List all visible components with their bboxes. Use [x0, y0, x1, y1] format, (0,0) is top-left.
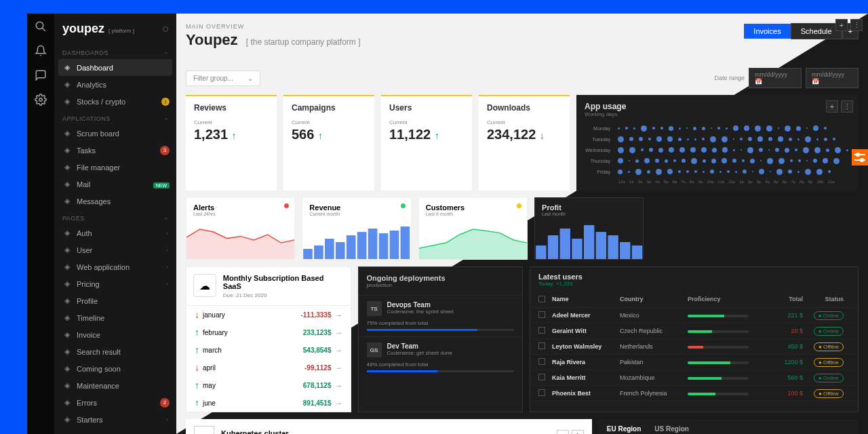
settings-icon[interactable] [35, 94, 47, 106]
logo-text: youpez [62, 22, 104, 35]
svg-line-1 [42, 28, 45, 31]
chat-icon[interactable] [35, 69, 47, 81]
sidebar-item-mail[interactable]: ◈MailNEW [54, 176, 176, 193]
sidebar-item-coming-soon[interactable]: ◈Coming soon [54, 360, 176, 377]
svg-rect-17 [536, 245, 546, 259]
tab-schedule[interactable]: Schedule [791, 23, 842, 39]
sidebar-item-user[interactable]: ◈User› [54, 241, 176, 258]
month-row[interactable]: ↑march543,854$→ [186, 341, 351, 359]
usage-more-button[interactable]: ⋮ [841, 100, 853, 113]
sidebar-item-invoice[interactable]: ◈Invoice [54, 326, 176, 343]
trend-up-icon: ↑ [232, 130, 237, 141]
sidebar-item-tasks[interactable]: ◈Tasks3 [54, 142, 176, 159]
arrow-right-icon: → [336, 329, 342, 336]
page-title: Youpez [ the startup company platform ] [186, 31, 360, 49]
svg-rect-20 [572, 239, 582, 259]
month-row[interactable]: ↑february233,123$→ [186, 323, 351, 341]
k8s-panel: K8S Kubernetes cluster Cloud environment… [186, 419, 592, 434]
month-row[interactable]: ↓january-111,333$→ [186, 306, 351, 323]
user-row[interactable]: Kaia MerrittMozambique 560 $ ● Online [530, 370, 858, 386]
user-row[interactable]: Adeel MercerMexico 221 $ ● Online [530, 308, 858, 323]
arrow-right-icon: → [336, 311, 342, 319]
board-icon: ◈ [62, 129, 71, 138]
sidebar-item-dashboard[interactable]: ◈Dashboard [58, 59, 172, 76]
user-row[interactable]: Geraint WittCzech Republic 20 $ ● Online [530, 323, 858, 339]
k8s-add-button[interactable]: + [557, 430, 569, 434]
sidebar-item-starters[interactable]: ◈Starters› [54, 411, 176, 428]
status-dot-icon [517, 203, 521, 208]
sidebar-item-errors[interactable]: ◈Errors2› [54, 394, 176, 411]
svg-rect-21 [584, 225, 594, 259]
row-checkbox[interactable] [538, 311, 545, 318]
saas-panel: ☁ Monthly Subscription Based SaaS Due: 2… [186, 267, 351, 412]
arrow-right-icon: → [336, 382, 342, 389]
sidebar-item-profile[interactable]: ◈Profile [54, 292, 176, 309]
users-panel: Latest users Today: +1,233 + ⋮ Name Coun… [530, 267, 859, 412]
select-all-checkbox[interactable] [538, 296, 545, 302]
stat-card-downloads: DownloadsCurrent234,122 ↓ [479, 95, 570, 191]
user-row[interactable]: Phoenix BestFrench Polynesia 100 $ ● Off… [530, 386, 858, 401]
chart-card-revenue: RevenueCurrent month [302, 197, 411, 260]
svg-rect-15 [390, 231, 399, 259]
alert-icon: ◈ [62, 398, 71, 407]
users-more-button[interactable]: ⋮ [850, 19, 863, 31]
k8s-more-button[interactable]: ⋮ [572, 430, 584, 434]
sidebar-item-stocks-crypto[interactable]: ◈Stocks / crypto! [54, 93, 176, 110]
moon-icon: ◈ [62, 364, 71, 373]
search-icon[interactable] [35, 20, 47, 33]
filter-group-select[interactable]: Filter group...⌄ [186, 71, 260, 86]
sidebar-item-scrum-board[interactable]: ◈Scrum board [54, 125, 176, 142]
svg-rect-23 [608, 235, 618, 259]
svg-point-5 [856, 153, 859, 156]
row-checkbox[interactable] [538, 374, 545, 380]
date-to-input[interactable]: mm/dd/yyyy 📅 [806, 68, 859, 88]
saas-title: Monthly Subscription Based SaaS [223, 274, 344, 290]
region-tab-eu[interactable]: EU Region [607, 423, 642, 434]
arrow-right-icon: → [336, 364, 342, 372]
home-icon: ◈ [62, 63, 71, 72]
k8s-badge: K8S [194, 426, 214, 434]
sidebar-item-file-manager[interactable]: ◈File manager [54, 159, 176, 176]
user-row[interactable]: Leyton WalmsleyNetherlands 450 $ ● Offli… [530, 339, 858, 355]
chart-card-customers: CustomersLast 6 month [418, 197, 528, 260]
svg-rect-22 [596, 232, 606, 259]
icon-rail [27, 14, 54, 434]
col-name: Name [552, 296, 620, 304]
deployment-team: GSDev TeamCodename: get sheet done 48% c… [359, 336, 523, 378]
sidebar-item-auth[interactable]: ◈Auth› [54, 224, 176, 241]
row-checkbox[interactable] [538, 342, 545, 349]
row-checkbox[interactable] [538, 358, 545, 365]
svg-rect-13 [368, 229, 378, 259]
date-from-input[interactable]: mm/dd/yyyy 📅 [749, 68, 802, 88]
bell-icon[interactable] [35, 45, 47, 57]
theme-settings-button[interactable] [852, 149, 868, 165]
usage-add-button[interactable]: + [826, 100, 838, 113]
sidebar-item-timeline[interactable]: ◈Timeline [54, 309, 176, 326]
sidebar-item-pricing[interactable]: ◈Pricing› [54, 275, 176, 292]
sidebar: youpez [ platform ] DASHBOARDS−◈Dashboar… [54, 14, 176, 434]
month-row[interactable]: ↑may678,112$→ [186, 376, 351, 394]
trend-up-icon: ↑ [318, 130, 323, 141]
sidebar-item-search-result[interactable]: ◈Search result [54, 343, 176, 360]
col-status: Status [803, 296, 844, 304]
svg-rect-11 [347, 235, 356, 259]
stat-card-users: UsersCurrent11,122 ↑ [381, 95, 472, 191]
sidebar-item-analytics[interactable]: ◈Analytics [54, 76, 176, 93]
region-tab-us[interactable]: US Region [654, 423, 689, 434]
user-row[interactable]: Raja RiveraPakistan 1200 $ ● Offline [530, 355, 858, 370]
svg-rect-18 [548, 235, 558, 259]
row-checkbox[interactable] [538, 389, 545, 396]
users-add-button[interactable]: + [835, 19, 848, 31]
sidebar-item-messages[interactable]: ◈Messages [54, 193, 176, 210]
tab-invoices[interactable]: Invoices [744, 24, 790, 39]
status-dot-icon [401, 203, 406, 208]
month-row[interactable]: ↑june891,451$→ [186, 394, 351, 412]
page-subtitle: [ the startup company platform ] [246, 37, 361, 47]
sidebar-item-maintenance[interactable]: ◈Maintenance [54, 377, 176, 394]
sidebar-item-web-application[interactable]: ◈Web application› [54, 258, 176, 275]
row-checkbox[interactable] [538, 327, 545, 334]
logo-indicator-icon [163, 26, 168, 32]
month-row[interactable]: ↓april-99,112$→ [186, 359, 351, 376]
user-icon: ◈ [62, 245, 71, 254]
send-icon: ◈ [62, 197, 71, 205]
